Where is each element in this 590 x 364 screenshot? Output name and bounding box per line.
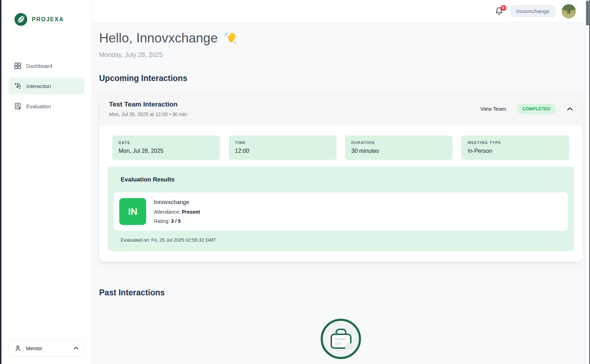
detail-label: TIME: [235, 140, 330, 145]
greeting-text: Hello, Innovxchange: [99, 31, 218, 46]
chevron-up-icon: [74, 346, 79, 350]
interaction-card-body: DATE Mon, Jul 28, 2025 TIME 12:00 DURATI…: [99, 126, 582, 262]
attendance-label: Attendance:: [154, 209, 181, 215]
past-interactions-title: Past Interactions: [99, 288, 582, 297]
status-badge: COMPLETED: [517, 104, 556, 114]
sidebar-item-dashboard[interactable]: Dashboard: [8, 57, 85, 74]
evaluation-results-panel: Evaluation Results IN Innovxchange Atten…: [108, 166, 574, 251]
waving-hand-emoji-icon: [223, 31, 237, 45]
interaction-card-header: Test Team Interaction Mon, Jul 28, 2025 …: [99, 92, 582, 126]
sidebar-nav: Dashboard Interaction: [8, 57, 85, 115]
rating-value: 3 / 5: [171, 218, 181, 224]
sidebar-item-label: Evaluation: [26, 103, 51, 109]
member-evaluation-card: IN Innovxchange Attendance: Present Rati…: [114, 192, 568, 231]
view-team-link[interactable]: View Team: [480, 106, 506, 112]
sidebar-item-evaluation[interactable]: Evaluation: [8, 98, 85, 115]
evaluation-icon: [14, 103, 21, 110]
current-date: Monday, July 28, 2025: [99, 51, 582, 59]
projexa-leaf-logo-icon: [14, 13, 28, 26]
detail-box-date: DATE Mon, Jul 28, 2025: [112, 135, 220, 160]
brand-name: PROJEXA: [32, 16, 64, 23]
sidebar-item-label: Dashboard: [26, 63, 52, 69]
app-window: PROJEXA Dashboard: [0, 0, 590, 364]
interaction-icon: [14, 82, 21, 89]
user-avatar[interactable]: [562, 4, 576, 18]
past-interactions-empty-state: [99, 319, 582, 359]
interaction-details-row: DATE Mon, Jul 28, 2025 TIME 12:00 DURATI…: [112, 135, 569, 160]
interaction-subtitle: Mon, Jul 28, 2025 at 12:00 • 30 min: [109, 111, 187, 117]
interaction-title: Test Team Interaction: [109, 100, 187, 108]
main-area: 0 Innovxchange Hello, Innovxchange: [92, 0, 590, 364]
member-initials-avatar: IN: [119, 198, 146, 225]
notification-count-badge: 0: [500, 5, 506, 11]
scrollbar-thumb[interactable]: [586, 1, 589, 25]
notification-bell-icon[interactable]: 0: [495, 7, 504, 16]
evaluation-results-heading: Evaluation Results: [121, 176, 568, 183]
collapse-chevron-up-icon[interactable]: [567, 107, 573, 111]
rating-label: Rating:: [154, 218, 170, 224]
grid-icon: [14, 62, 21, 69]
page-title: Hello, Innovxchange: [99, 31, 582, 46]
sidebar: PROJEXA Dashboard: [1, 0, 92, 364]
username-pill[interactable]: Innovxchange: [510, 5, 555, 17]
page-content: Hello, Innovxchange: [92, 23, 590, 364]
sidebar-item-interaction[interactable]: Interaction: [8, 77, 85, 94]
evaluated-on-timestamp: Evaluated on: Fri, 25 Jul 2025 02:55:32 …: [121, 237, 568, 243]
person-icon: [15, 345, 21, 352]
attendance-value: Present: [182, 209, 200, 215]
detail-value: In-Person: [468, 148, 563, 154]
mentor-label: Mentor: [26, 345, 42, 351]
rating-line: Rating: 3 / 5: [154, 218, 200, 224]
detail-box-duration: DURATION 30 minutes: [345, 135, 453, 160]
brand: PROJEXA: [8, 13, 85, 26]
empty-state-briefcase-icon: [321, 319, 361, 359]
detail-label: MEETING TYPE: [468, 140, 563, 145]
upcoming-interactions-title: Upcoming Interactions: [99, 74, 582, 83]
detail-label: DURATION: [351, 140, 447, 145]
member-name: Innovxchange: [154, 199, 200, 206]
attendance-line: Attendance: Present: [154, 209, 200, 215]
interaction-card: Test Team Interaction Mon, Jul 28, 2025 …: [99, 92, 582, 262]
mentor-role-button[interactable]: Mentor: [8, 339, 85, 357]
sidebar-item-label: Interaction: [26, 83, 51, 89]
detail-value: 30 minutes: [351, 148, 447, 154]
detail-box-time: TIME 12:00: [229, 135, 337, 160]
vertical-scrollbar[interactable]: [585, 0, 589, 364]
detail-value: 12:00: [235, 148, 330, 154]
topbar: 0 Innovxchange: [92, 0, 590, 23]
detail-box-meeting-type: MEETING TYPE In-Person: [461, 135, 569, 160]
detail-value: Mon, Jul 28, 2025: [119, 148, 214, 154]
detail-label: DATE: [119, 140, 214, 145]
